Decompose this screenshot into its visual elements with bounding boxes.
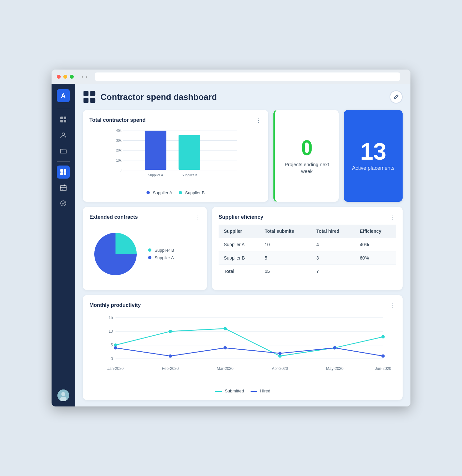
svg-rect-18 xyxy=(90,98,95,103)
url-bar[interactable] xyxy=(95,72,400,81)
svg-text:Jun-2020: Jun-2020 xyxy=(375,366,391,371)
minimize-dot[interactable] xyxy=(63,75,67,79)
sidebar-icon-users[interactable] xyxy=(57,129,70,142)
active-placements-value: 13 xyxy=(360,140,386,163)
svg-point-13 xyxy=(61,392,65,396)
total-spend-menu[interactable]: ⋮ xyxy=(255,117,262,124)
projects-ending-value: 0 xyxy=(301,137,313,158)
nav-back[interactable]: ‹ xyxy=(82,74,83,79)
nav-forward[interactable]: › xyxy=(86,74,87,79)
legend-line-submitted xyxy=(215,391,222,392)
sidebar-icon-grid[interactable] xyxy=(57,113,70,126)
cell-supplier: Total xyxy=(219,265,259,278)
svg-point-54 xyxy=(169,355,172,358)
table-row: Supplier A10440% xyxy=(219,238,396,251)
line-chart-legend: Submitted Hired xyxy=(89,389,396,393)
cell-efficiency xyxy=(355,265,396,278)
cell-submits: 5 xyxy=(259,251,311,265)
svg-text:40k: 40k xyxy=(116,129,122,133)
line-chart-svg: 15 10 5 0 Jan-2020 Feb-2020 Mar-2020 Abr… xyxy=(89,313,396,385)
svg-text:Jan-2020: Jan-2020 xyxy=(107,366,124,371)
svg-rect-1 xyxy=(64,117,66,119)
cell-supplier: Supplier A xyxy=(219,238,259,251)
sidebar-divider-2 xyxy=(57,161,70,162)
pie-legend-b: Supplier B xyxy=(148,248,174,253)
svg-rect-3 xyxy=(64,120,66,122)
legend-line-hired xyxy=(251,391,257,392)
legend-supplier-a: Supplier A xyxy=(146,190,172,195)
user-avatar[interactable] xyxy=(57,389,69,401)
sidebar-icon-dashboard[interactable] xyxy=(57,166,70,179)
svg-point-11 xyxy=(61,201,66,206)
supplier-efficiency-title: Supplier eficiency xyxy=(219,214,263,220)
bar-chart-svg: 40k 30k 20k 10k 0 Supplier A Supplier B xyxy=(89,128,262,180)
svg-point-48 xyxy=(169,330,172,333)
svg-text:31: 31 xyxy=(62,188,65,191)
maximize-dot[interactable] xyxy=(70,75,74,79)
svg-rect-29 xyxy=(145,131,166,170)
bar-chart-container: 40k 30k 20k 10k 0 Supplier A Supplier B xyxy=(89,128,262,186)
col-efficiency: Efficiency xyxy=(355,225,396,238)
svg-text:15: 15 xyxy=(109,315,113,320)
svg-point-58 xyxy=(381,355,385,358)
legend-dot-b xyxy=(179,191,182,194)
svg-text:Supplier A: Supplier A xyxy=(148,173,163,177)
svg-text:0: 0 xyxy=(111,357,113,361)
productivity-menu[interactable]: ⋮ xyxy=(390,302,396,309)
svg-point-55 xyxy=(223,346,227,349)
cell-submits: 15 xyxy=(259,265,311,278)
svg-rect-7 xyxy=(60,172,63,175)
sidebar-icon-folder[interactable] xyxy=(57,144,70,157)
table-row: Total157 xyxy=(219,265,396,278)
svg-text:Mar-2020: Mar-2020 xyxy=(217,366,234,371)
col-supplier: Supplier xyxy=(219,225,259,238)
supplier-efficiency-menu[interactable]: ⋮ xyxy=(390,214,396,221)
edit-button[interactable] xyxy=(390,90,403,103)
supplier-efficiency-card: Supplier eficiency ⋮ Supplier Total subm… xyxy=(212,207,403,290)
svg-text:5: 5 xyxy=(111,343,113,347)
table-row: Supplier B5360% xyxy=(219,251,396,265)
sidebar-icon-check[interactable] xyxy=(57,197,70,210)
pie-legend-a: Supplier A xyxy=(148,255,174,260)
pie-chart-svg xyxy=(89,228,142,280)
col-hired: Total hired xyxy=(311,225,355,238)
col-submits: Total submits xyxy=(259,225,311,238)
svg-text:Feb-2020: Feb-2020 xyxy=(162,366,179,371)
pie-chart-area: Supplier B Supplier A xyxy=(89,225,200,283)
total-spend-title: Total contractor spend xyxy=(89,117,146,123)
svg-point-49 xyxy=(223,327,227,330)
main-content: Contractor spend dashboard Total contrac… xyxy=(75,84,410,406)
pie-dot-a xyxy=(148,256,151,259)
svg-text:Abr-2020: Abr-2020 xyxy=(272,366,288,371)
svg-text:30k: 30k xyxy=(116,139,122,142)
page-title: Contractor spend dashboard xyxy=(100,92,217,102)
cell-efficiency: 60% xyxy=(355,251,396,265)
projects-ending-label: Projects ending next week xyxy=(282,161,332,175)
supplier-efficiency-table: Supplier Total submits Total hired Effic… xyxy=(219,225,396,278)
sidebar-icon-calendar[interactable]: 31 xyxy=(57,181,70,194)
svg-rect-5 xyxy=(60,169,63,172)
productivity-card: Monthly productivity ⋮ 15 10 5 0 Jan-202… xyxy=(83,295,403,400)
svg-text:10: 10 xyxy=(109,329,113,334)
page-icon xyxy=(83,90,96,103)
pie-dot-b xyxy=(148,248,151,252)
productivity-header: Monthly productivity ⋮ xyxy=(89,302,396,309)
svg-rect-30 xyxy=(178,135,200,170)
total-spend-header: Total contractor spend ⋮ xyxy=(89,117,262,124)
svg-point-57 xyxy=(333,346,336,349)
svg-text:20k: 20k xyxy=(116,149,122,152)
svg-text:10k: 10k xyxy=(116,159,122,162)
total-spend-card: Total contractor spend ⋮ 40k xyxy=(83,110,268,202)
svg-rect-8 xyxy=(64,172,66,175)
extended-contracts-menu[interactable]: ⋮ xyxy=(194,214,200,221)
svg-rect-16 xyxy=(90,91,95,96)
cell-hired: 3 xyxy=(311,251,355,265)
browser-bar: ‹ › xyxy=(52,70,410,84)
active-placements-label: Active placements xyxy=(352,165,394,172)
top-cards-row: Total contractor spend ⋮ 40k xyxy=(83,110,403,202)
page-title-area: Contractor spend dashboard xyxy=(83,90,217,103)
close-dot[interactable] xyxy=(57,75,61,79)
cell-submits: 10 xyxy=(259,238,311,251)
productivity-title: Monthly productivity xyxy=(89,302,141,308)
cell-hired: 4 xyxy=(311,238,355,251)
